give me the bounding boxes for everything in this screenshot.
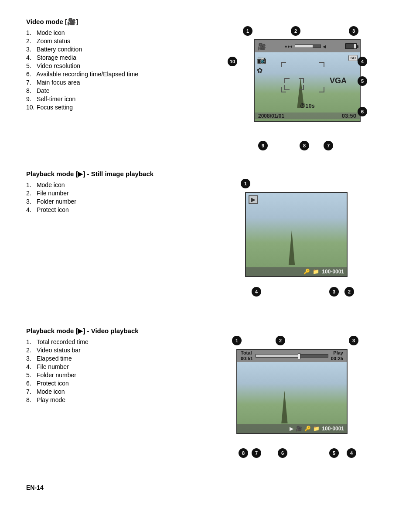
video-playback-list: 1. Total recorded time 2. Video status b… <box>26 338 192 403</box>
still-playback-section: Playback mode [▶] - Still image playback… <box>26 170 390 310</box>
vp-top-bar: Total 00:51 Play 00:25 <box>237 350 347 362</box>
list-item: 2. Video status bar <box>26 347 192 354</box>
vp-callout-8: 8 <box>239 448 248 458</box>
vp-callout-1: 1 <box>232 336 242 345</box>
si-callout-3: 3 <box>329 287 339 297</box>
callout-5: 5 <box>358 76 367 86</box>
left-icons: 📷 ✿ <box>257 55 266 75</box>
protect-key-icon: 🔑 <box>303 269 310 275</box>
footer: EN-14 <box>26 484 390 491</box>
vp-play-icon: ▶ <box>290 426 293 432</box>
video-playback-diagram: 1 2 3 Total 00:51 Play <box>205 327 390 467</box>
callout-4: 4 <box>358 57 367 66</box>
vp-bottom-bar: ▶ 🎥 🔑 📁 100-0001 <box>237 424 347 433</box>
video-playback-section: Playback mode [▶] - Video playback 1. To… <box>26 327 390 467</box>
page-number: EN-14 <box>26 484 390 491</box>
list-item: 4. File number <box>26 363 192 370</box>
vp-landscape <box>237 362 347 433</box>
still-playback-list: 1. Mode icon 2. File number 3. Folder nu… <box>26 181 192 213</box>
still-bottom-bar: 🔑 📁 100-0001 <box>246 267 347 276</box>
callout-10: 10 <box>228 57 237 66</box>
si-callout-1: 1 <box>241 179 250 188</box>
list-item: 1. Total recorded time <box>26 338 192 345</box>
still-file-number: 100-0001 <box>322 269 344 275</box>
vp-progress-thumb <box>298 353 300 359</box>
list-item: 5. Folder number <box>26 372 192 379</box>
list-item: 6. Protect icon <box>26 380 192 387</box>
vp-callout-7: 7 <box>252 448 261 458</box>
bottom-bar: 2008/01/01 03:50 <box>255 113 360 119</box>
si-callout-2: 2 <box>344 287 354 297</box>
vp-tree <box>281 391 288 423</box>
si-callout-4: 4 <box>252 287 261 297</box>
folder-icon: 📁 <box>313 269 319 275</box>
right-icons: SD <box>348 55 358 61</box>
callout-9: 9 <box>258 141 268 150</box>
zoom-bar-fill <box>295 45 313 48</box>
zoom-arrow: ◀ <box>323 44 326 49</box>
list-item: 7. Mode icon <box>26 388 192 395</box>
callout-7: 7 <box>324 141 333 150</box>
vp-total-time: Total 00:51 <box>241 350 253 361</box>
list-item: 9. Self-timer icon <box>26 95 192 102</box>
inner-focus-bl <box>284 85 290 90</box>
list-item: 3. Battery condition <box>26 46 192 53</box>
callout-8: 8 <box>300 141 309 150</box>
outer-focus-frame <box>281 62 324 92</box>
vp-key-icon: 🔑 <box>304 426 311 432</box>
focus-corner-tl <box>281 62 286 67</box>
vp-progress-bar <box>256 354 328 358</box>
top-bar: 🎥 ♦♦♦ ◀ <box>255 40 360 52</box>
video-mode-section: Video mode [🎥] 1. Mode icon 2. Zoom stat… <box>26 17 390 153</box>
list-item: 1. Mode icon <box>26 181 192 188</box>
vp-video-icon: 🎥 <box>296 426 302 432</box>
still-landscape <box>246 193 347 276</box>
list-item: 2. Zoom status <box>26 38 192 44</box>
list-item: 1. Mode icon <box>26 29 192 36</box>
vp-folder-icon: 📁 <box>313 426 320 432</box>
flower-macro-icon: ✿ <box>257 66 266 75</box>
still-playback-diagram: 1 ▶ 🔑 📁 100-0001 4 3 2 <box>205 170 390 310</box>
zoom-bar <box>295 44 321 48</box>
inner-focus-br <box>299 85 304 90</box>
list-item: 6. Available recording time/Elapsed time <box>26 71 192 78</box>
callout-2: 2 <box>291 26 300 36</box>
video-mode-title: Video mode [🎥] <box>26 17 192 26</box>
vp-callout-5: 5 <box>329 448 339 458</box>
still-playback-title: Playback mode [▶] - Still image playback <box>26 170 192 178</box>
list-item: 4. Protect icon <box>26 206 192 213</box>
inner-focus-tl <box>284 78 290 83</box>
vp-callout-2: 2 <box>276 336 285 345</box>
inner-focus-frame <box>284 78 304 90</box>
list-item: 3. Folder number <box>26 198 192 205</box>
self-timer-display: ⏱10s <box>300 102 315 109</box>
list-item: 3. Elapsed time <box>26 355 192 362</box>
zoom-status: ♦♦♦ ◀ <box>285 44 326 49</box>
date-display: 2008/01/01 <box>258 113 284 119</box>
vp-callout-3: 3 <box>349 336 358 345</box>
mode-icon-video: 🎥 <box>257 42 266 51</box>
time-display: 03:50 <box>342 113 356 119</box>
still-playback-description: Playback mode [▶] - Still image playback… <box>26 170 192 310</box>
battery-icon <box>345 43 357 49</box>
video-cam-icon: 📷 <box>257 55 266 65</box>
callout-6: 6 <box>358 107 367 116</box>
inner-focus-tr <box>299 78 304 83</box>
video-mode-diagram: 1 2 3 🎥 ♦♦♦ <box>205 17 390 153</box>
list-item: 4. Storage media <box>26 54 192 61</box>
list-item: 8. Play mode <box>26 396 192 403</box>
list-item: 7. Main focus area <box>26 79 192 86</box>
battery-fill <box>346 44 354 48</box>
callout-1: 1 <box>243 26 252 36</box>
still-screen: ▶ 🔑 📁 100-0001 <box>245 192 348 277</box>
video-mode-description: Video mode [🎥] 1. Mode icon 2. Zoom stat… <box>26 17 192 153</box>
focus-corner-br <box>319 87 324 92</box>
video-mode-list: 1. Mode icon 2. Zoom status 3. Battery c… <box>26 29 192 111</box>
vp-callout-6: 6 <box>278 448 287 458</box>
list-item: 2. File number <box>26 190 192 197</box>
vga-label: VGA <box>330 76 347 85</box>
vp-play-time: Play 00:25 <box>331 350 343 361</box>
vp-screen: Total 00:51 Play 00:25 <box>236 349 348 434</box>
callout-3: 3 <box>349 26 358 36</box>
video-playback-title: Playback mode [▶] - Video playback <box>26 327 192 335</box>
